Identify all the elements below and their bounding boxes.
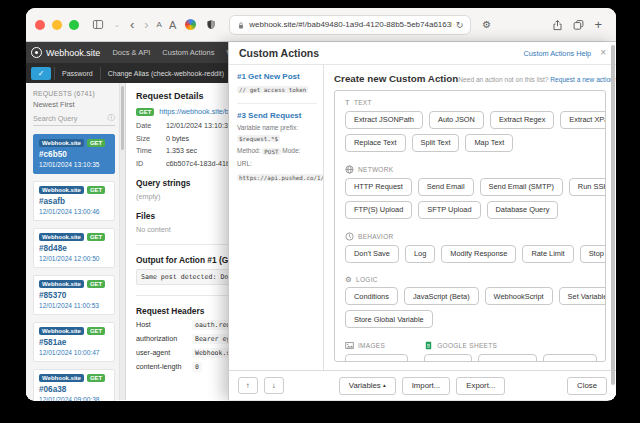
action-type-button[interactable]: Set Variable xyxy=(559,287,606,305)
action-type-button[interactable]: Auto JSON xyxy=(429,111,484,129)
action-code: https://api.pushed.co/1/push xyxy=(237,174,324,181)
extension-pinwheel-icon[interactable] xyxy=(185,19,196,30)
action-type-button[interactable]: Update Row xyxy=(478,354,537,362)
font-smaller-button[interactable]: A xyxy=(157,20,162,29)
variables-label: Variables xyxy=(349,381,381,390)
info-icon[interactable]: ⓘ xyxy=(108,113,116,123)
move-up-button[interactable]: ↑ xyxy=(238,377,258,394)
export-button[interactable]: Export... xyxy=(456,377,505,395)
button-row: Replace TextSplit TextMap Text xyxy=(345,134,606,152)
header-name: user-agent xyxy=(136,348,192,357)
reload-icon[interactable]: ↻ xyxy=(456,20,464,30)
forward-button[interactable]: › xyxy=(144,18,148,31)
settings-gear-icon[interactable]: ⚙ xyxy=(482,20,491,30)
action-type-button[interactable]: HTTP Request xyxy=(345,178,412,196)
action-name-link[interactable]: #3 Send Request xyxy=(237,111,317,120)
request-list-item[interactable]: Webhook.siteGET#06a3812/01/2024 09:00:38 xyxy=(33,369,115,401)
requests-count-label: REQUESTS (6741) xyxy=(33,90,115,97)
change-alias-button[interactable]: Change Alias (check-webhook-reddit) xyxy=(100,67,231,80)
share-icon[interactable] xyxy=(552,19,563,31)
section-row: ⚙LOGICConditionsJavaScript (Beta)Webhook… xyxy=(345,276,593,334)
url-bar[interactable]: webhook.site/#!/bab49480-1a9d-4120-88b5-… xyxy=(229,15,471,35)
nav-custom-actions[interactable]: Custom Actions xyxy=(162,48,214,57)
custom-action-item[interactable]: #1 Get New Post// get access token xyxy=(237,72,317,104)
brand[interactable]: Webhook.site xyxy=(31,47,100,58)
action-type-button[interactable]: Add Row xyxy=(424,354,472,362)
page-content: Webhook.site Docs & API Custom Actions W… xyxy=(26,42,616,400)
move-down-button[interactable]: ↓ xyxy=(264,377,284,394)
close-window-button[interactable] xyxy=(35,20,45,30)
zoom-window-button[interactable] xyxy=(69,20,79,30)
close-icon[interactable]: × xyxy=(600,48,606,58)
gear-icon: ⚙ xyxy=(345,276,352,284)
sort-order-link[interactable]: Newest First xyxy=(33,100,115,109)
action-type-button[interactable]: Store Global Variable xyxy=(345,310,433,328)
action-type-button[interactable]: Don't Save xyxy=(345,245,399,263)
action-type-button[interactable]: Resize Image xyxy=(345,354,408,362)
action-type-button[interactable]: Extract XPath xyxy=(560,111,606,129)
chevron-down-icon[interactable]: ⌄ xyxy=(114,21,120,28)
action-type-button[interactable]: Replace Text xyxy=(345,134,406,152)
button-row: Add RowUpdate RowGet Values xyxy=(424,354,597,362)
action-type-button[interactable]: FTP(S) Upload xyxy=(345,201,412,219)
minimize-window-button[interactable] xyxy=(52,20,62,30)
detail-label: ID xyxy=(136,159,166,168)
action-type-button[interactable]: JavaScript (Beta) xyxy=(404,287,479,305)
custom-action-item[interactable]: #3 Send RequestVariable name prefix: $re… xyxy=(237,111,317,191)
header-value: 0 xyxy=(192,362,202,372)
shield-extension-icon[interactable] xyxy=(206,19,216,30)
new-tab-button[interactable]: + xyxy=(594,18,602,31)
action-type-button[interactable]: Send Email (SMTP) xyxy=(480,178,563,196)
close-button[interactable]: Close xyxy=(567,377,607,395)
page-scrollbar[interactable] xyxy=(610,45,615,395)
variables-dropdown-button[interactable]: Variables ▴ xyxy=(339,377,396,395)
request-list-item[interactable]: Webhook.siteGET#8d48e12/01/2024 12:00:50 xyxy=(33,228,115,268)
custom-actions-help-link[interactable]: Custom Actions Help xyxy=(523,49,591,58)
request-list-item[interactable]: Webhook.siteGET#asafb12/01/2024 13:00:46 xyxy=(33,181,115,221)
section-row: TTEXTExtract JSONPathAuto JSONExtract Re… xyxy=(345,99,593,157)
nav-docs-api[interactable]: Docs & API xyxy=(112,48,150,57)
action-type-button[interactable]: Run SSH Command xyxy=(569,178,606,196)
action-name-link[interactable]: #1 Get New Post xyxy=(237,72,317,81)
action-type-button[interactable]: SFTP Upload xyxy=(418,201,480,219)
sidebar-toggle-icon[interactable] xyxy=(92,19,104,30)
search-input[interactable] xyxy=(33,114,95,123)
action-type-button[interactable]: Log xyxy=(405,245,435,263)
request-list-item[interactable]: Webhook.siteGET#581ae12/01/2024 10:00:47 xyxy=(33,322,115,362)
request-list-item[interactable]: Webhook.siteGET#8537012/01/2024 11:00:53 xyxy=(33,275,115,315)
back-button[interactable]: ‹ xyxy=(130,18,134,31)
section-row: BEHAVIORDon't SaveLogModify ResponseRate… xyxy=(345,232,593,268)
verified-check-button[interactable]: ✓ xyxy=(31,67,51,80)
action-label: Variable name prefix: xyxy=(237,124,298,131)
action-type-button[interactable]: Get Values xyxy=(543,354,597,362)
need-action-text: Need an action not on this list? Request… xyxy=(458,76,616,83)
action-type-button[interactable]: Split Text xyxy=(412,134,460,152)
action-type-button[interactable]: Map Text xyxy=(465,134,513,152)
source-badge: Webhook.site xyxy=(39,327,84,335)
action-type-button[interactable]: Database Query xyxy=(487,201,559,219)
source-badge: Webhook.site xyxy=(39,186,84,194)
action-type-button[interactable]: WebhookScript xyxy=(485,287,553,305)
action-type-button[interactable]: Modify Response xyxy=(441,245,516,263)
password-button[interactable]: Password xyxy=(54,67,100,80)
request-action-type-link[interactable]: Request a new action type xyxy=(550,76,616,83)
import-button[interactable]: Import... xyxy=(402,377,451,395)
request-timestamp: 12/01/2024 12:00:50 xyxy=(39,255,109,262)
request-list-item[interactable]: Webhook.siteGET#c6b5012/01/2024 13:10:35 xyxy=(33,134,115,174)
action-section: IMAGESResize Image xyxy=(345,341,408,362)
action-type-button[interactable]: Conditions xyxy=(345,287,398,305)
button-row: Don't SaveLogModify ResponseRate LimitSt… xyxy=(345,245,606,263)
request-id: #c6b50 xyxy=(39,150,109,159)
font-larger-button[interactable]: A xyxy=(169,19,176,31)
action-type-button[interactable]: Send Email xyxy=(418,178,474,196)
header-name: content-length xyxy=(136,362,192,371)
request-url-link[interactable]: https://webhook.site/b xyxy=(159,107,229,116)
action-type-button[interactable]: Stop xyxy=(580,245,606,263)
section-header: IMAGES xyxy=(345,341,408,350)
action-detail-line: Variable name prefix: $request.*$ xyxy=(237,123,317,144)
sidebar-scrollbar[interactable] xyxy=(119,83,125,400)
action-type-button[interactable]: Extract JSONPath xyxy=(345,111,423,129)
action-type-button[interactable]: Rate Limit xyxy=(522,245,573,263)
action-type-button[interactable]: Extract Regex xyxy=(490,111,554,129)
tab-overview-icon[interactable] xyxy=(573,19,584,31)
